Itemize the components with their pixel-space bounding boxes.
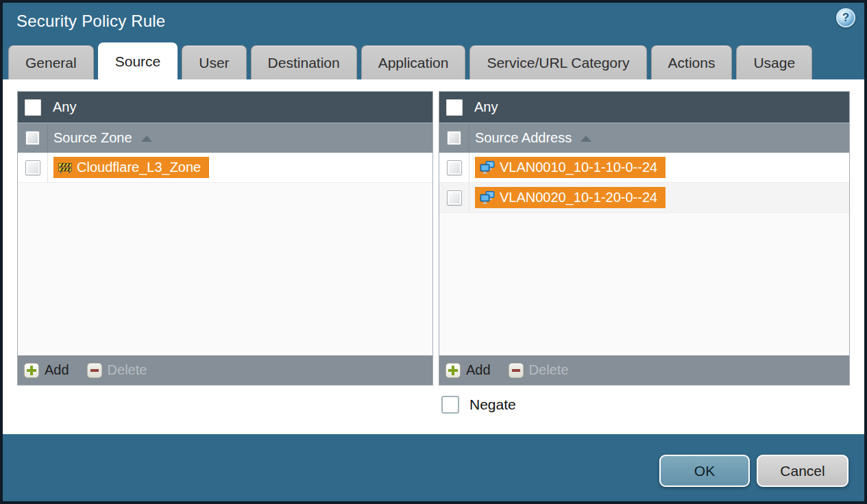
sort-asc-icon [581, 136, 591, 142]
zone-tag[interactable]: Cloudflare_L3_Zone [53, 157, 209, 178]
source-zone-add-button[interactable]: Add [24, 362, 69, 378]
source-address-list: VLAN0010_10-1-10-0--24 [439, 153, 849, 355]
delete-minus-icon [87, 363, 102, 378]
zone-icon [58, 162, 72, 173]
source-address-delete-button[interactable]: Delete [509, 362, 569, 378]
tab-destination[interactable]: Destination [251, 45, 357, 79]
sort-asc-icon [141, 136, 152, 142]
security-policy-rule-dialog: Security Policy Rule ? General Source Us… [0, 0, 867, 504]
add-label: Add [466, 362, 491, 378]
source-address-toolbar: Add Delete [439, 355, 849, 385]
source-zone-column-header[interactable]: Source Zone [18, 123, 432, 153]
tab-bar: General Source User Destination Applicat… [8, 42, 859, 79]
delete-label: Delete [529, 362, 569, 378]
add-plus-icon [24, 363, 39, 378]
source-address-row-checkbox[interactable] [447, 160, 462, 175]
source-address-add-button[interactable]: Add [445, 362, 491, 378]
tab-user[interactable]: User [182, 45, 246, 79]
source-address-row[interactable]: VLAN0010_10-1-10-0--24 [439, 153, 849, 183]
address-icon [480, 161, 495, 174]
address-tag-label: VLAN0010_10-1-10-0--24 [500, 160, 657, 175]
source-zone-column-label: Source Zone [53, 130, 132, 146]
source-address-any-checkbox[interactable] [446, 99, 463, 116]
source-address-panel: Any Source Address [439, 91, 850, 386]
source-zone-any-checkbox[interactable] [25, 99, 41, 116]
help-glyph: ? [842, 11, 849, 25]
add-plus-icon [445, 363, 461, 378]
tab-content: Any Source Zone [3, 79, 864, 434]
address-icon [480, 191, 495, 204]
source-address-select-all-checkbox[interactable] [447, 131, 461, 145]
delete-label: Delete [108, 362, 147, 378]
address-tag[interactable]: VLAN0010_10-1-10-0--24 [475, 157, 665, 178]
negate-checkbox[interactable] [441, 396, 459, 414]
source-zone-any-bar: Any [18, 92, 432, 123]
source-address-column-header[interactable]: Source Address [439, 123, 849, 153]
dialog-surface: Security Policy Rule ? General Source Us… [3, 3, 864, 501]
source-zone-list: Cloudflare_L3_Zone [18, 153, 432, 355]
ok-button[interactable]: OK [659, 455, 750, 487]
tab-application[interactable]: Application [361, 45, 466, 79]
negate-label: Negate [469, 396, 516, 413]
tab-actions[interactable]: Actions [651, 45, 733, 79]
source-zone-delete-button[interactable]: Delete [87, 362, 147, 378]
source-zone-row[interactable]: Cloudflare_L3_Zone [18, 153, 432, 183]
add-label: Add [45, 362, 69, 378]
address-tag[interactable]: VLAN0020_10-1-20-0--24 [475, 187, 665, 208]
title-bar: Security Policy Rule ? [3, 3, 864, 42]
source-zone-row-checkbox[interactable] [25, 160, 40, 175]
tab-source[interactable]: Source [98, 42, 178, 79]
source-address-row-checkbox[interactable] [447, 190, 462, 205]
tab-usage[interactable]: Usage [736, 45, 812, 79]
negate-control: Negate [441, 396, 516, 414]
tab-service-url-category[interactable]: Service/URL Category [469, 45, 646, 79]
source-address-any-bar: Any [439, 92, 849, 123]
source-zone-toolbar: Add Delete [18, 355, 432, 385]
source-address-column-label: Source Address [475, 130, 572, 146]
source-address-row[interactable]: VLAN0020_10-1-20-0--24 [439, 183, 849, 213]
source-zone-any-label: Any [53, 99, 76, 115]
delete-minus-icon [509, 363, 524, 378]
cancel-button[interactable]: Cancel [757, 455, 848, 487]
address-tag-label: VLAN0020_10-1-20-0--24 [500, 190, 657, 205]
source-zone-select-all-checkbox[interactable] [25, 131, 40, 145]
tab-general[interactable]: General [8, 45, 94, 79]
source-zone-panel: Any Source Zone [17, 91, 433, 386]
dialog-title: Security Policy Rule [16, 12, 165, 31]
help-icon[interactable]: ? [836, 8, 855, 27]
zone-tag-label: Cloudflare_L3_Zone [77, 160, 201, 175]
source-address-any-label: Any [474, 99, 498, 115]
